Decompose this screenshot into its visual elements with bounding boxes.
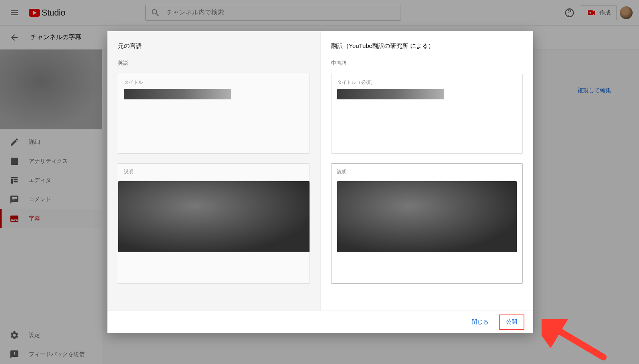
translation-language: 中国語 [331,59,523,67]
redacted-content [124,89,231,99]
translation-dialog: 元の言語 英語 タイトル 説明 翻訳（YouTube翻訳の研究所 による） 中国… [107,31,533,333]
source-title-label: タイトル [124,79,304,86]
translation-heading: 翻訳（YouTube翻訳の研究所 による） [331,42,523,50]
source-description-label: 説明 [124,168,304,175]
translation-description-label: 説明 [337,168,517,175]
source-language: 英語 [118,59,310,67]
translation-description-field[interactable]: 説明 [331,163,523,284]
source-heading: 元の言語 [118,42,310,50]
translation-pane: 翻訳（YouTube翻訳の研究所 による） 中国語 タイトル（必須） 説明 [321,31,534,311]
source-title-field: タイトル [118,74,310,154]
translation-title-field[interactable]: タイトル（必須） [331,74,523,154]
redacted-content [337,89,444,99]
source-description-field: 説明 [118,163,310,284]
translation-title-label: タイトル（必須） [337,79,517,86]
redacted-content [118,181,310,252]
source-pane: 元の言語 英語 タイトル 説明 [107,31,321,311]
dialog-footer: 閉じる 公開 [107,311,533,333]
redacted-content [337,181,517,252]
publish-button[interactable]: 公開 [499,315,524,330]
close-button[interactable]: 閉じる [465,315,495,329]
